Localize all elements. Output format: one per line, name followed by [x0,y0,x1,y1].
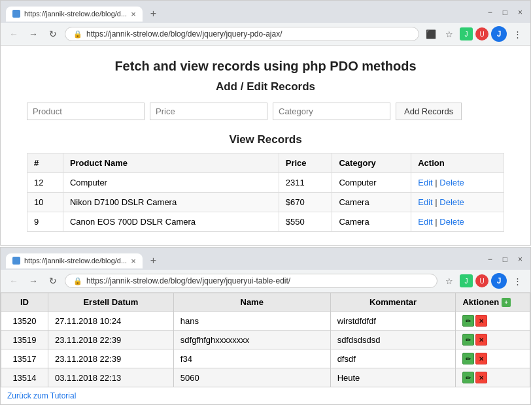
cell2-comment: Heute [330,368,456,387]
cell-category: Computer [332,173,411,193]
maximize-button-1[interactable]: □ [500,7,510,18]
cell-category: Camera [332,212,411,232]
window-close-button-2[interactable]: × [515,253,525,265]
delete-icon-button[interactable]: ✕ [475,334,487,346]
add-record-form: Add Records [27,103,504,120]
address-bar-1[interactable]: 🔒 https://jannik-strelow.de/blog/dev/jqu… [65,27,419,41]
col-header-price: Price [279,153,332,173]
aktionen-add-icon[interactable]: + [502,298,511,307]
refresh-button-2[interactable]: ↻ [45,273,61,289]
aktionen-label: Aktionen [462,297,499,307]
menu-button-2[interactable]: ⋮ [509,273,525,289]
toolbar-1: ← → ↻ 🔒 https://jannik-strelow.de/blog/d… [1,23,530,46]
cell-id: 10 [27,193,63,212]
back-to-tutorial-link[interactable]: Zurück zum Tutorial [7,391,76,400]
view-records-title: View Records [27,133,504,146]
edit-icon-button[interactable]: ✏ [462,353,474,364]
address-bar-2[interactable]: 🔒 https://jannik-strelow.de/blog/dev/jqu… [65,274,437,288]
edit-link[interactable]: Edit [418,197,432,207]
records-table2-container: ID Erstell Datum Name Kommentar Aktionen… [1,293,530,387]
menu-button-1[interactable]: ⋮ [509,26,525,42]
delete-icon-button[interactable]: ✕ [475,353,487,364]
back-button-1[interactable]: ← [6,26,22,42]
cell2-name: sdfgfhfghxxxxxxxx [173,331,330,349]
edit-icon-button[interactable]: ✏ [462,315,474,327]
cast-button-1[interactable]: ⬛ [423,26,439,42]
tab-favicon-2 [12,257,20,265]
forward-button-2[interactable]: → [26,273,41,289]
product-input[interactable] [27,103,145,120]
price-input[interactable] [150,103,267,120]
title-bar-2: https://jannik-strelow.de/blog/d... × + … [1,248,530,270]
records-table-container: # Product Name Price Category Action 12 … [27,153,504,232]
extension-green-2[interactable]: J [460,274,473,287]
browser-window-1: https://jannik-strelow.de/blog/d... × + … [0,0,531,246]
minimize-button-2[interactable]: − [485,253,495,265]
col-header-action: Action [411,153,504,173]
table-row: 10 Nikon D7100 DSLR Camera $670 Camera E… [27,193,504,212]
bookmark-button-2[interactable]: ☆ [441,273,457,289]
refresh-button-1[interactable]: ↻ [45,26,61,42]
col2-header-id: ID [1,293,48,312]
col2-header-comment: Kommentar [330,293,456,312]
records-table-2: ID Erstell Datum Name Kommentar Aktionen… [1,293,530,387]
cell2-name: f34 [173,349,330,368]
cell2-action: ✏ ✕ [456,349,530,368]
title-bar-1: https://jannik-strelow.de/blog/d... × + … [1,1,530,23]
table-row-2: 13519 23.11.2018 22:39 sdfgfhfghxxxxxxxx… [1,331,530,349]
maximize-button-2[interactable]: □ [500,253,510,265]
category-input[interactable] [273,103,390,120]
browser-tab-2[interactable]: https://jannik-strelow.de/blog/d... × [6,253,143,268]
cell2-comment: wirstdfdfdf [330,312,456,331]
window-controls-1: − □ × [485,7,525,21]
cell2-id: 13517 [1,349,48,368]
extension-red-1[interactable]: U [475,27,488,40]
edit-link[interactable]: Edit [418,217,432,227]
edit-icon-button[interactable]: ✏ [462,334,474,346]
extension-red-2[interactable]: U [475,274,488,287]
tab-url-2: https://jannik-strelow.de/blog/d... [24,257,127,265]
cell2-action: ✏ ✕ [456,368,530,387]
toolbar-icons-2: ☆ J U J ⋮ [441,273,525,289]
delete-icon-button[interactable]: ✕ [475,315,487,327]
profile-avatar-1[interactable]: J [491,26,507,42]
lock-icon-2: 🔒 [73,277,82,285]
col2-header-action: Aktionen + [456,293,530,312]
delete-icon-button[interactable]: ✕ [475,372,487,383]
cell-price: $550 [279,212,332,232]
table-row: 12 Computer 2311 Computer Edit | Delete [27,173,504,193]
edit-link[interactable]: Edit [418,178,432,187]
tab-close-2[interactable]: × [131,256,136,266]
tab-close-1[interactable]: × [131,9,136,19]
minimize-button-1[interactable]: − [485,7,495,18]
cell2-action: ✏ ✕ [456,312,530,331]
action-icons: ✏ ✕ [462,353,523,364]
new-tab-button-2[interactable]: + [146,253,160,268]
col2-header-name: Name [173,293,330,312]
delete-link[interactable]: Delete [439,217,464,227]
tab-favicon-1 [12,10,20,18]
refresh-icon-1: ↻ [49,29,57,39]
forward-button-1[interactable]: → [26,26,41,42]
window-close-button-1[interactable]: × [515,7,525,18]
col-header-id: # [27,153,63,173]
delete-link[interactable]: Delete [439,178,464,187]
table-row: 9 Canon EOS 700D DSLR Camera $550 Camera… [27,212,504,232]
edit-icon-button[interactable]: ✏ [462,372,474,383]
bookmark-button-1[interactable]: ☆ [441,26,457,42]
browser-tab-1[interactable]: https://jannik-strelow.de/blog/d... × [6,7,143,22]
cell-price: $670 [279,193,332,212]
cell2-comment: sdfdsdsdsd [330,331,456,349]
extension-green-1[interactable]: J [460,27,473,40]
records-table: # Product Name Price Category Action 12 … [27,153,504,232]
form-title: Add / Edit Records [27,80,504,93]
aktionen-header: Aktionen + [462,297,523,307]
cell2-comment: dfsdf [330,349,456,368]
new-tab-button-1[interactable]: + [146,7,160,21]
add-records-button[interactable]: Add Records [396,103,462,120]
cell-action: Edit | Delete [411,173,504,193]
toolbar-icons-1: ⬛ ☆ J U J ⋮ [423,26,525,42]
delete-link[interactable]: Delete [439,197,464,207]
profile-avatar-2[interactable]: J [491,273,507,289]
back-button-2[interactable]: ← [6,273,22,289]
